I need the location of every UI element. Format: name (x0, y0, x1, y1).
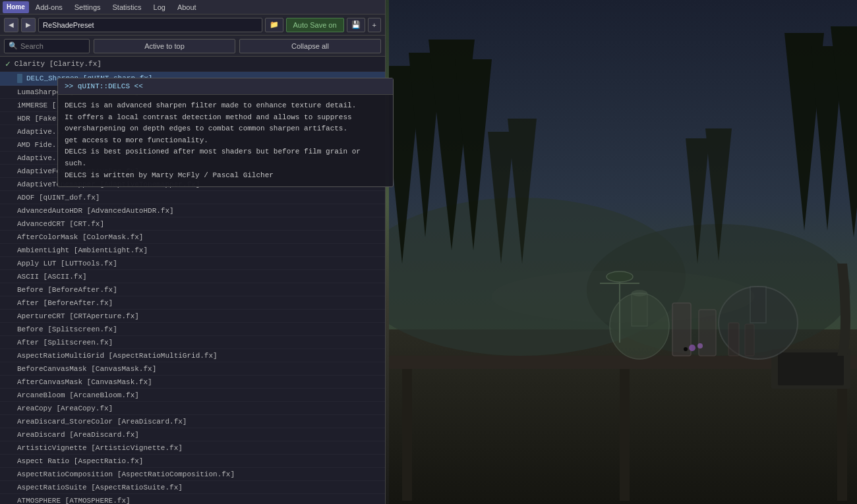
effect-list-item[interactable]: AreaDiscard_StoreColor [AreaDiscard.fx] (0, 415, 385, 428)
effect-list-item[interactable]: Apply LUT [LUTTools.fx] (0, 257, 385, 270)
tooltip-popup: >> qUINT::DELCS << DELCS is an advanced … (57, 78, 394, 187)
svg-point-35 (684, 347, 688, 351)
effect-list-item[interactable]: Aspect Ratio [AspectRatio.fx] (0, 455, 385, 468)
effect-label: ApertureCRT [CRTAperture.fx] (17, 312, 139, 320)
search-icon: 🔍 (9, 42, 18, 50)
search-label: Search (20, 42, 44, 50)
effect-list-item[interactable]: AreaCopy [AreaCopy.fx] (0, 402, 385, 415)
effect-label: AfterColorMask [ColorMask.fx] (17, 233, 143, 241)
effect-label: After [BeforeAfter.fx] (17, 299, 113, 307)
effect-list-item[interactable]: After [Splitscreen.fx] (0, 336, 385, 349)
svg-rect-17 (620, 369, 630, 501)
effect-list-item[interactable]: After [BeforeAfter.fx] (0, 296, 385, 310)
effect-list-item[interactable]: ApertureCRT [CRTAperture.fx] (0, 310, 385, 323)
effect-list-item[interactable]: ArtisticVignette [ArtisticVignette.fx] (0, 441, 385, 455)
effect-list-item[interactable]: Before [Splitscreen.fx] (0, 323, 385, 336)
svg-point-36 (491, 270, 755, 323)
tooltip-line: DELCS is an advanced sharpen filter made… (65, 100, 386, 112)
menu-bar: Home Add-ons Settings Statistics Log Abo… (0, 0, 385, 14)
tooltip-header: >> qUINT::DELCS << (58, 78, 393, 95)
effect-list-item[interactable]: AfterColorMask [ColorMask.fx] (0, 231, 385, 244)
save-icon: 💾 (351, 20, 361, 29)
collapse-all-button[interactable]: Collapse all (239, 39, 381, 53)
effect-list-item[interactable]: AdvancedCRT [CRT.fx] (0, 217, 385, 231)
effect-label: Clarity [Clarity.fx] (15, 60, 102, 68)
plus-icon: + (372, 21, 376, 29)
effect-label: Before [Splitscreen.fx] (17, 325, 117, 333)
settings-menu-item[interactable]: Settings (69, 1, 106, 13)
tooltip-title: >> qUINT::DELCS << (65, 82, 143, 90)
effect-label: Aspect Ratio [AspectRatio.fx] (17, 457, 143, 465)
effect-label: AfterCanvasMask [CanvasMask.fx] (17, 378, 152, 386)
statistics-menu-item[interactable]: Statistics (107, 1, 147, 13)
effect-label: ArcaneBloom [ArcaneBloom.fx] (17, 391, 139, 399)
home-menu-item[interactable]: Home (3, 1, 29, 13)
effect-label: AreaCopy [AreaCopy.fx] (17, 405, 113, 412)
effect-label: Before [BeforeAfter.fx] (17, 286, 117, 294)
effect-label: BeforeCanvasMask [CanvasMask.fx] (17, 365, 156, 373)
effect-label: Apply LUT [LUTTools.fx] (17, 260, 117, 267)
effect-list-item[interactable]: ADOF [qUINT_dof.fx] (0, 191, 385, 204)
effect-list-item[interactable]: ArcaneBloom [ArcaneBloom.fx] (0, 389, 385, 402)
nav-back-button[interactable]: ◀ (4, 18, 18, 32)
effect-label: AmbientLight [AmbientLight.fx] (17, 246, 148, 254)
effect-list-item[interactable]: AspectRatioSuite [AspectRatioSuite.fx] (0, 481, 385, 494)
effect-label: ASCII [ASCII.fx] (17, 273, 87, 281)
svg-rect-16 (402, 369, 412, 501)
tooltip-body: DELCS is an advanced sharpen filter made… (58, 95, 393, 186)
effect-list-item[interactable]: Before [BeforeAfter.fx] (0, 283, 385, 296)
add-preset-button[interactable]: + (368, 18, 381, 32)
effect-list-item[interactable]: ATMOSPHERE [ATMOSPHERE.fx] (0, 494, 385, 504)
effect-list-item[interactable]: BeforeCanvasMask [CanvasMask.fx] (0, 362, 385, 376)
tooltip-line: It offers a local contrast detection met… (65, 112, 386, 124)
log-menu-item[interactable]: Log (148, 1, 171, 13)
svg-point-34 (697, 343, 703, 349)
effect-list-item[interactable]: AspectRatioComposition [AspectRatioCompo… (0, 468, 385, 481)
effect-label: AreaDiscard [AreaDiscard.fx] (17, 431, 139, 439)
search-wrapper[interactable]: 🔍 Search (4, 39, 90, 53)
effect-label: ArtisticVignette [ArtisticVignette.fx] (17, 444, 183, 452)
autosave-button[interactable]: Auto Save on (286, 18, 344, 32)
svg-point-33 (689, 345, 695, 351)
folder-button[interactable]: 📁 (265, 18, 283, 32)
effect-list-item[interactable]: AspectRatioMultiGrid [AspectRatioMultiGr… (0, 349, 385, 362)
save-button[interactable]: 💾 (347, 18, 365, 32)
nav-forward-button[interactable]: ▶ (21, 18, 36, 32)
effect-list-item[interactable]: AdvancedAutoHDR [AdvancedAutoHDR.fx] (0, 204, 385, 217)
drag-handle[interactable] (17, 74, 22, 83)
svg-rect-20 (778, 352, 844, 385)
effect-label: After [Splitscreen.fx] (17, 339, 113, 347)
folder-icon: 📁 (270, 20, 279, 29)
effect-label: AspectRatioMultiGrid [AspectRatioMultiGr… (17, 352, 218, 360)
preset-name-input[interactable] (38, 18, 262, 32)
effect-list-item[interactable]: AreaDiscard [AreaDiscard.fx] (0, 428, 385, 441)
tooltip-line: oversharpening on depth edges to combat … (65, 123, 386, 135)
tooltip-line: get access to more functionality. (65, 135, 386, 147)
effect-list-item[interactable]: ASCII [ASCII.fx] (0, 270, 385, 283)
about-menu-item[interactable]: About (172, 1, 202, 13)
active-to-top-button[interactable]: Active to top (94, 39, 235, 53)
effect-label: AspectRatioComposition [AspectRatioCompo… (17, 470, 235, 478)
svg-rect-28 (728, 323, 739, 356)
effect-label: ADOF [qUINT_dof.fx] (17, 194, 100, 202)
effect-list-item[interactable]: AmbientLight [AmbientLight.fx] (0, 244, 385, 257)
effect-label: AreaDiscard_StoreColor [AreaDiscard.fx] (17, 418, 187, 426)
svg-rect-29 (745, 324, 754, 356)
tooltip-line: DELCS is best positioned after most shad… (65, 146, 386, 169)
effect-label: AdvancedAutoHDR [AdvancedAutoHDR.fx] (17, 207, 174, 215)
search-input[interactable] (46, 42, 99, 50)
search-bar: 🔍 Search Active to top Collapse all (0, 36, 385, 57)
toolbar: ◀ ▶ 📁 Auto Save on 💾 + (0, 14, 385, 36)
addons-menu-item[interactable]: Add-ons (30, 1, 68, 13)
effect-label: AdvancedCRT [CRT.fx] (17, 220, 104, 228)
effect-label: ATMOSPHERE [ATMOSPHERE.fx] (17, 497, 131, 505)
effect-list-item[interactable]: AfterCanvasMask [CanvasMask.fx] (0, 376, 385, 389)
effect-label: AspectRatioSuite [AspectRatioSuite.fx] (17, 484, 183, 491)
tooltip-line: DELCS is written by Marty McFly / Pascal… (65, 170, 386, 182)
effect-list-item[interactable]: ✓Clarity [Clarity.fx] (0, 57, 385, 72)
effect-checkmark: ✓ (5, 59, 11, 69)
